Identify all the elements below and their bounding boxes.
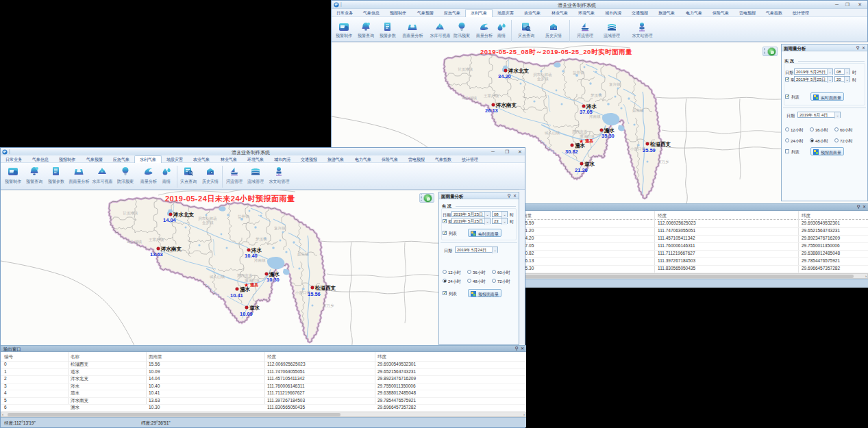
svg-text:盐井镇: 盐井镇 bbox=[238, 214, 249, 218]
svg-text:10.40: 10.40 bbox=[245, 253, 258, 259]
svg-text:宜万乡: 宜万乡 bbox=[323, 303, 334, 307]
svg-text:澧水: 澧水 bbox=[575, 142, 586, 149]
svg-text:复兴镇: 复兴镇 bbox=[274, 226, 286, 231]
svg-text:码头铺镇: 码头铺镇 bbox=[462, 96, 478, 101]
svg-text:35.30: 35.30 bbox=[602, 133, 615, 139]
svg-text:30.82: 30.82 bbox=[565, 149, 578, 155]
svg-text:松滋西支: 松滋西支 bbox=[314, 285, 336, 291]
svg-text:26.13: 26.13 bbox=[485, 108, 498, 114]
svg-text:复兴镇: 复兴镇 bbox=[609, 82, 621, 87]
svg-text:涔水南支: 涔水南支 bbox=[495, 102, 517, 108]
svg-text:梦溪镇: 梦溪镇 bbox=[591, 93, 602, 98]
svg-text:王家厂镇: 王家厂镇 bbox=[484, 94, 499, 98]
svg-text:34.20: 34.20 bbox=[498, 73, 511, 79]
svg-text:13.63: 13.63 bbox=[150, 251, 163, 257]
svg-text:澧县: 澧县 bbox=[584, 138, 594, 144]
svg-text:14.04: 14.04 bbox=[163, 217, 177, 223]
svg-text:澧西街道: 澧西街道 bbox=[236, 273, 253, 278]
svg-text:澧水: 澧水 bbox=[240, 286, 251, 292]
svg-text:金罗镇: 金罗镇 bbox=[537, 77, 549, 81]
svg-text:涔南镇: 涔南镇 bbox=[254, 258, 266, 263]
svg-text:涔南镇: 涔南镇 bbox=[589, 114, 601, 119]
svg-text:城头山镇: 城头山镇 bbox=[544, 131, 560, 135]
svg-text:道水: 道水 bbox=[584, 161, 595, 167]
svg-text:10.30: 10.30 bbox=[266, 277, 280, 283]
svg-text:道水: 道水 bbox=[249, 305, 260, 311]
svg-text:王家厂镇: 王家厂镇 bbox=[149, 238, 164, 242]
svg-text:盐井镇: 盐井镇 bbox=[573, 71, 584, 75]
svg-text:澧县: 澧县 bbox=[249, 282, 259, 288]
svg-text:10.41: 10.41 bbox=[230, 292, 243, 299]
svg-text:宜万乡: 宜万乡 bbox=[658, 160, 669, 164]
svg-text:10.09: 10.09 bbox=[240, 311, 253, 317]
svg-text:澧西街道: 澧西街道 bbox=[571, 129, 588, 134]
svg-text:码头铺镇: 码头铺镇 bbox=[127, 240, 142, 244]
svg-text:25.59: 25.59 bbox=[643, 147, 656, 153]
svg-text:如东镇: 如东镇 bbox=[297, 252, 309, 257]
svg-text:15.56: 15.56 bbox=[308, 291, 321, 297]
svg-text:梦溪镇: 梦溪镇 bbox=[256, 237, 267, 242]
svg-text:甘溪滩镇: 甘溪滩镇 bbox=[123, 211, 138, 216]
svg-text:37.05: 37.05 bbox=[580, 109, 593, 115]
svg-text:甘溪滩镇: 甘溪滩镇 bbox=[458, 67, 473, 72]
svg-text:如东镇: 如东镇 bbox=[632, 108, 644, 113]
svg-text:涔水南支: 涔水南支 bbox=[160, 246, 182, 252]
svg-text:松滋西支: 松滋西支 bbox=[649, 141, 671, 147]
svg-text:21.20: 21.20 bbox=[575, 167, 588, 173]
svg-text:金罗镇: 金罗镇 bbox=[202, 221, 214, 225]
svg-text:城头山镇: 城头山镇 bbox=[209, 275, 225, 279]
